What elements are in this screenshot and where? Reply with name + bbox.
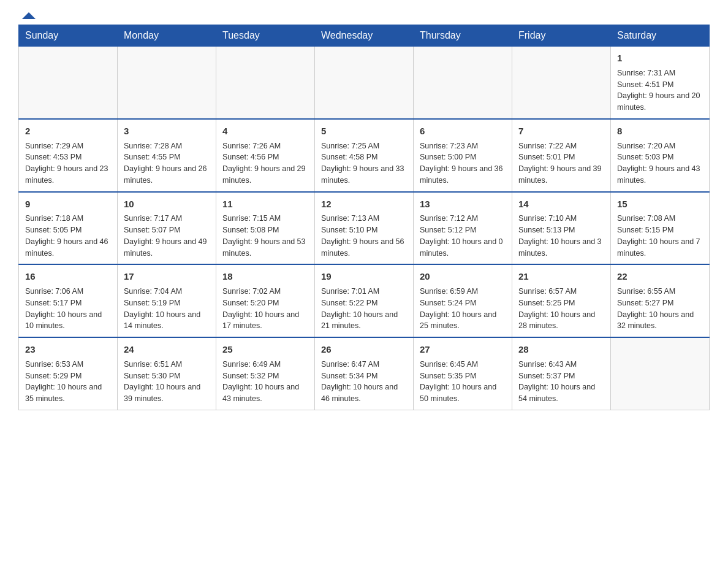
calendar-day-cell: 25Sunrise: 6:49 AM Sunset: 5:32 PM Dayli… — [216, 337, 315, 410]
day-number: 3 — [124, 124, 210, 138]
calendar-day-cell: 3Sunrise: 7:28 AM Sunset: 4:55 PM Daylig… — [118, 119, 216, 192]
calendar-day-cell: 6Sunrise: 7:23 AM Sunset: 5:00 PM Daylig… — [414, 119, 512, 192]
day-info: Sunrise: 6:57 AM Sunset: 5:25 PM Dayligh… — [518, 286, 604, 332]
day-number: 16 — [25, 270, 111, 283]
day-number: 1 — [617, 52, 703, 65]
calendar-day-cell: 20Sunrise: 6:59 AM Sunset: 5:24 PM Dayli… — [414, 264, 512, 337]
calendar-day-cell: 18Sunrise: 7:02 AM Sunset: 5:20 PM Dayli… — [216, 264, 315, 337]
day-info: Sunrise: 7:25 AM Sunset: 4:58 PM Dayligh… — [321, 140, 407, 186]
calendar-day-cell — [315, 47, 414, 119]
day-number: 10 — [124, 197, 210, 211]
calendar-day-cell: 24Sunrise: 6:51 AM Sunset: 5:30 PM Dayli… — [118, 337, 216, 410]
calendar-week-row: 1Sunrise: 7:31 AM Sunset: 4:51 PM Daylig… — [19, 47, 710, 119]
day-info: Sunrise: 6:51 AM Sunset: 5:30 PM Dayligh… — [124, 359, 210, 405]
day-number: 25 — [222, 343, 308, 356]
weekday-header-wednesday: Wednesday — [315, 25, 414, 47]
day-info: Sunrise: 7:23 AM Sunset: 5:00 PM Dayligh… — [420, 140, 506, 186]
day-info: Sunrise: 6:49 AM Sunset: 5:32 PM Dayligh… — [222, 359, 308, 405]
day-number: 7 — [518, 124, 604, 138]
day-info: Sunrise: 7:04 AM Sunset: 5:19 PM Dayligh… — [124, 286, 210, 332]
calendar-week-row: 9Sunrise: 7:18 AM Sunset: 5:05 PM Daylig… — [19, 192, 710, 265]
day-info: Sunrise: 7:15 AM Sunset: 5:08 PM Dayligh… — [222, 213, 308, 259]
day-number: 8 — [617, 124, 703, 138]
day-number: 24 — [124, 343, 210, 356]
day-info: Sunrise: 7:22 AM Sunset: 5:01 PM Dayligh… — [518, 140, 604, 186]
calendar-day-cell: 12Sunrise: 7:13 AM Sunset: 5:10 PM Dayli… — [315, 192, 414, 265]
calendar-day-cell: 2Sunrise: 7:29 AM Sunset: 4:53 PM Daylig… — [19, 119, 118, 192]
page-header — [18, 12, 710, 18]
calendar-day-cell: 8Sunrise: 7:20 AM Sunset: 5:03 PM Daylig… — [611, 119, 710, 192]
day-info: Sunrise: 7:31 AM Sunset: 4:51 PM Dayligh… — [617, 67, 703, 113]
day-number: 26 — [321, 343, 407, 356]
calendar-day-cell — [216, 47, 315, 119]
calendar-day-cell: 11Sunrise: 7:15 AM Sunset: 5:08 PM Dayli… — [216, 192, 315, 265]
calendar-day-cell: 1Sunrise: 7:31 AM Sunset: 4:51 PM Daylig… — [611, 47, 710, 119]
weekday-header-thursday: Thursday — [414, 25, 512, 47]
calendar-day-cell — [118, 47, 216, 119]
calendar-day-cell: 23Sunrise: 6:53 AM Sunset: 5:29 PM Dayli… — [19, 337, 118, 410]
day-number: 18 — [222, 270, 308, 283]
day-number: 27 — [420, 343, 506, 356]
day-info: Sunrise: 6:53 AM Sunset: 5:29 PM Dayligh… — [25, 359, 111, 405]
weekday-header-tuesday: Tuesday — [216, 25, 315, 47]
calendar-day-cell: 27Sunrise: 6:45 AM Sunset: 5:35 PM Dayli… — [414, 337, 512, 410]
weekday-header-saturday: Saturday — [611, 25, 710, 47]
logo — [18, 12, 36, 18]
calendar-week-row: 23Sunrise: 6:53 AM Sunset: 5:29 PM Dayli… — [19, 337, 710, 410]
day-info: Sunrise: 6:55 AM Sunset: 5:27 PM Dayligh… — [617, 286, 703, 332]
day-number: 14 — [518, 197, 604, 211]
calendar-day-cell: 17Sunrise: 7:04 AM Sunset: 5:19 PM Dayli… — [118, 264, 216, 337]
calendar-week-row: 16Sunrise: 7:06 AM Sunset: 5:17 PM Dayli… — [19, 264, 710, 337]
calendar-table: SundayMondayTuesdayWednesdayThursdayFrid… — [18, 25, 710, 410]
day-number: 13 — [420, 197, 506, 211]
day-number: 11 — [222, 197, 308, 211]
day-info: Sunrise: 7:12 AM Sunset: 5:12 PM Dayligh… — [420, 213, 506, 259]
day-number: 6 — [420, 124, 506, 138]
calendar-day-cell — [19, 47, 118, 119]
day-info: Sunrise: 6:45 AM Sunset: 5:35 PM Dayligh… — [420, 359, 506, 405]
calendar-day-cell — [611, 337, 710, 410]
calendar-day-cell: 10Sunrise: 7:17 AM Sunset: 5:07 PM Dayli… — [118, 192, 216, 265]
day-info: Sunrise: 7:20 AM Sunset: 5:03 PM Dayligh… — [617, 140, 703, 186]
weekday-header-monday: Monday — [118, 25, 216, 47]
day-number: 17 — [124, 270, 210, 283]
calendar-day-cell: 9Sunrise: 7:18 AM Sunset: 5:05 PM Daylig… — [19, 192, 118, 265]
calendar-day-cell: 16Sunrise: 7:06 AM Sunset: 5:17 PM Dayli… — [19, 264, 118, 337]
day-number: 20 — [420, 270, 506, 283]
day-number: 5 — [321, 124, 407, 138]
weekday-header-friday: Friday — [512, 25, 611, 47]
day-info: Sunrise: 7:02 AM Sunset: 5:20 PM Dayligh… — [222, 286, 308, 332]
day-info: Sunrise: 7:26 AM Sunset: 4:56 PM Dayligh… — [222, 140, 308, 186]
calendar-day-cell: 13Sunrise: 7:12 AM Sunset: 5:12 PM Dayli… — [414, 192, 512, 265]
calendar-day-cell: 19Sunrise: 7:01 AM Sunset: 5:22 PM Dayli… — [315, 264, 414, 337]
weekday-header-row: SundayMondayTuesdayWednesdayThursdayFrid… — [19, 25, 710, 47]
day-number: 12 — [321, 197, 407, 211]
calendar-day-cell: 15Sunrise: 7:08 AM Sunset: 5:15 PM Dayli… — [611, 192, 710, 265]
day-info: Sunrise: 7:29 AM Sunset: 4:53 PM Dayligh… — [25, 140, 111, 186]
day-number: 2 — [25, 124, 111, 138]
day-number: 15 — [617, 197, 703, 211]
day-number: 23 — [25, 343, 111, 356]
day-info: Sunrise: 7:17 AM Sunset: 5:07 PM Dayligh… — [124, 213, 210, 259]
day-info: Sunrise: 7:18 AM Sunset: 5:05 PM Dayligh… — [25, 213, 111, 259]
day-number: 28 — [518, 343, 604, 356]
calendar-day-cell: 26Sunrise: 6:47 AM Sunset: 5:34 PM Dayli… — [315, 337, 414, 410]
calendar-day-cell — [512, 47, 611, 119]
day-number: 9 — [25, 197, 111, 211]
day-info: Sunrise: 7:10 AM Sunset: 5:13 PM Dayligh… — [518, 213, 604, 259]
day-number: 19 — [321, 270, 407, 283]
day-info: Sunrise: 6:43 AM Sunset: 5:37 PM Dayligh… — [518, 359, 604, 405]
day-number: 4 — [222, 124, 308, 138]
calendar-day-cell — [414, 47, 512, 119]
weekday-header-sunday: Sunday — [19, 25, 118, 47]
day-number: 21 — [518, 270, 604, 283]
calendar-week-row: 2Sunrise: 7:29 AM Sunset: 4:53 PM Daylig… — [19, 119, 710, 192]
day-info: Sunrise: 6:59 AM Sunset: 5:24 PM Dayligh… — [420, 286, 506, 332]
day-info: Sunrise: 7:06 AM Sunset: 5:17 PM Dayligh… — [25, 286, 111, 332]
calendar-day-cell: 21Sunrise: 6:57 AM Sunset: 5:25 PM Dayli… — [512, 264, 611, 337]
day-number: 22 — [617, 270, 703, 283]
day-info: Sunrise: 6:47 AM Sunset: 5:34 PM Dayligh… — [321, 359, 407, 405]
logo-triangle-top — [22, 12, 36, 19]
day-info: Sunrise: 7:13 AM Sunset: 5:10 PM Dayligh… — [321, 213, 407, 259]
calendar-day-cell: 5Sunrise: 7:25 AM Sunset: 4:58 PM Daylig… — [315, 119, 414, 192]
